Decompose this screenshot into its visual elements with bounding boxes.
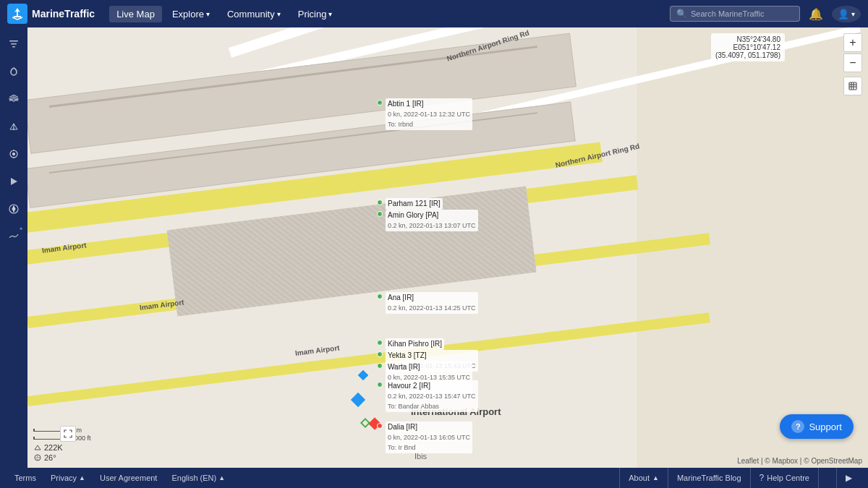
vessel-green-diamond[interactable] [362,419,369,427]
search-icon: 🔍 [676,9,687,19]
left-sidebar: + [0,27,27,488]
nav-item-community[interactable]: Community ▾ [220,6,288,22]
vessel-label-parham121: Parham 121 [IR] [386,198,443,210]
svg-rect-4 [12,46,15,48]
vessel-havour2[interactable]: Havour 2 [IR]0.2 kn, 2022-01-13 15:47 UT… [377,382,383,388]
bottom-terms[interactable]: Terms [7,474,43,482]
vessel-warta[interactable]: Warta [IR]0 kn, 2022-01-13 15:35 UTCTo: … [377,363,383,369]
chevron-down-icon: ▾ [206,10,210,18]
support-label: Support [809,421,842,432]
analytics-badge: + [20,226,22,231]
sidebar-layers-button[interactable] [3,88,25,110]
bottom-apple[interactable] [818,468,836,488]
user-icon: 👤 [838,9,849,20]
support-icon: ? [791,420,804,433]
vessel-aminglory[interactable]: Amin Glory [PA]0.2 kn, 2022-01-13 13:07 … [377,211,383,217]
vessel-count: 222K [44,443,63,452]
nav-item-pricing[interactable]: Pricing ▾ [291,6,340,22]
svg-rect-2 [9,40,18,42]
svg-point-7 [13,153,15,155]
vessel-label-abtin1: Abtin 1 [IR]0 kn, 2022-01-13 12:32 UTCTo… [386,98,472,130]
bottom-blog[interactable]: MarineTraffic Blog [668,468,750,488]
nav-items: Live Map Explore ▾ Community ▾ Pricing ▾ [109,6,670,22]
chevron-up-icon: ▲ [218,474,225,481]
nav-item-live-map[interactable]: Live Map [109,6,162,22]
android-icon: ▶ [846,473,852,483]
sidebar-vessels-button[interactable] [3,116,25,137]
svg-rect-0 [17,11,18,17]
bottom-language[interactable]: English (EN) ▲ [164,474,232,482]
support-button[interactable]: ? Support [780,414,854,439]
sidebar-play-button[interactable] [3,171,25,192]
bottom-help[interactable]: ? Help Centre [750,468,818,488]
coordinate-display: N35°24'34.80 E051°10'47.12 (35.4097, 051… [711,33,785,61]
vessel-label-aminglory: Amin Glory [PA]0.2 kn, 2022-01-13 13:07 … [386,210,478,231]
vessel-yekta3[interactable]: Yekta 3 [TZ]0.1 kn, 2022-01-13 15:43 UTC [377,351,383,357]
zoom-level: 26° [44,453,56,462]
coord-decimal: (35.4097, 051.1798) [715,51,780,59]
map-stats: 222K 26° [33,443,63,462]
chevron-down-icon: ▾ [328,10,332,18]
coord-lon: E051°10'47.12 [715,43,780,51]
bottom-right-section: About ▲ MarineTraffic Blog ? Help Centre… [619,468,861,488]
vessel-dalia[interactable]: Dalia [IR]0 kn, 2022-01-13 16:05 UTCTo: … [377,423,383,429]
chevron-up-icon: ▲ [79,474,85,481]
svg-rect-12 [849,82,856,90]
sidebar-track-button[interactable] [3,143,25,165]
zoom-level-stat: 26° [33,453,63,462]
vessel-count-stat: 222K [33,443,63,452]
svg-marker-10 [11,178,17,185]
logo[interactable]: MarineTraffic [7,4,95,24]
vessel-label-kihanpishro: Kihan Pishro [IR] [386,338,444,350]
sidebar-compass-button[interactable] [3,198,25,220]
nav-item-explore[interactable]: Explore ▾ [165,6,217,22]
vessel-ana[interactable]: Ana [IR]0.2 kn, 2022-01-13 14:25 UTC [377,294,383,299]
zoom-controls: + − [843,33,862,95]
chevron-up-icon: ▲ [652,474,659,481]
bottom-android[interactable]: ▶ [836,468,861,488]
chevron-down-icon: ▾ [277,10,281,18]
map-container[interactable]: Northern Airport Ring Rd Northern Airpor… [27,27,868,468]
expand-button[interactable] [60,426,76,442]
vessel-label-dalia: Dalia [IR]0 kn, 2022-01-13 16:05 UTCTo: … [386,421,472,453]
sidebar-filter-button[interactable] [3,33,25,55]
logo-text: MarineTraffic [32,8,95,20]
svg-rect-3 [11,43,17,45]
chevron-down-icon: ▾ [851,10,855,18]
vessel-blue-diamond-1[interactable] [359,372,367,379]
sidebar-analytics-button[interactable]: + [3,226,25,247]
vessel-label-ana: Ana [IR]0.2 kn, 2022-01-13 14:25 UTC [386,292,478,314]
bottom-bar: Terms Privacy ▲ User Agreement English (… [0,468,868,488]
search-box[interactable]: 🔍 Search MarineTraffic [670,6,800,22]
top-navigation: MarineTraffic Live Map Explore ▾ Communi… [0,0,868,27]
user-menu-button[interactable]: 👤 ▾ [832,6,861,22]
vessel-parham121[interactable]: Parham 121 [IR] [377,200,383,205]
map-attribution: Leaflet | © Mapbox | © OpenStreetMap [737,457,862,465]
vessel-abtin1[interactable]: Abtin 1 [IR]0 kn, 2022-01-13 12:32 UTCTo… [377,100,383,106]
sidebar-favorite-button[interactable] [3,61,25,82]
coord-lat: N35°24'34.80 [715,35,780,43]
bottom-privacy[interactable]: Privacy ▲ [43,474,93,482]
search-placeholder: Search MarineTraffic [691,9,764,18]
svg-rect-1 [14,16,21,17]
bottom-about[interactable]: About ▲ [619,468,668,488]
nav-right: 🔍 Search MarineTraffic 🔔 👤 ▾ [670,4,861,24]
notification-icon[interactable]: 🔔 [806,4,826,24]
map-layers-button[interactable] [843,77,862,95]
vessel-label-havour2: Havour 2 [IR]0.2 kn, 2022-01-13 15:47 UT… [386,380,478,412]
vessel-blue-diamond-2[interactable] [353,395,363,405]
zoom-in-button[interactable]: + [843,33,862,52]
help-icon: ? [760,473,765,483]
logo-icon [7,4,27,24]
vessel-kihanpishro[interactable]: Kihan Pishro [IR] [377,340,383,346]
zoom-out-button[interactable]: − [843,53,862,72]
bottom-user-agreement[interactable]: User Agreement [93,474,164,482]
